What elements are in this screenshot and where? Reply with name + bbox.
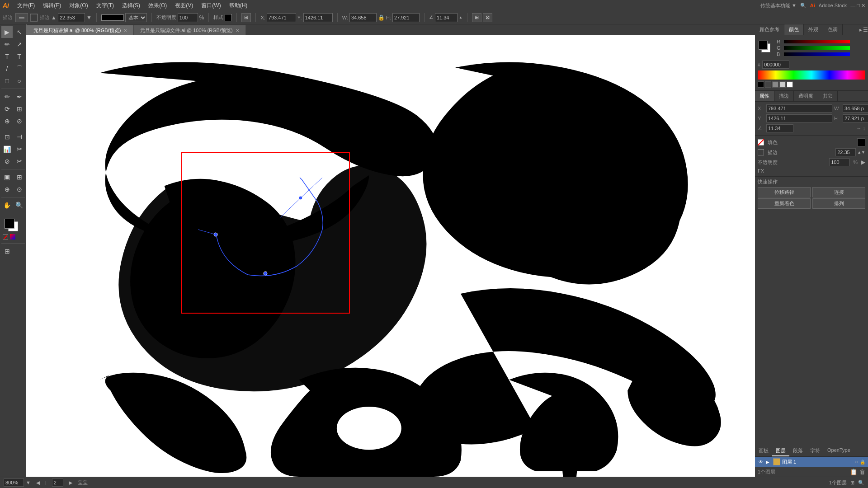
nav-prev[interactable]: ◀ [36,480,40,486]
lock-icon[interactable]: 🔒 [378,14,385,21]
y-input[interactable] [303,13,333,22]
live-paint-tool[interactable]: ⊙ [14,183,25,195]
zoom-input[interactable]: 800% [4,479,24,487]
style-preview[interactable] [225,14,232,21]
align-btn[interactable]: ⊞ [241,13,251,22]
hand-tool[interactable]: ✋ [1,199,13,211]
tab-tint[interactable]: 色调 [823,24,843,35]
stroke-up-icon[interactable]: ▲ [51,14,57,21]
menu-select[interactable]: 选择(S) [118,1,144,10]
dark-gray-swatch[interactable] [765,81,771,88]
gradient-tool[interactable]: ▣ [1,171,13,183]
r-bar[interactable] [784,40,850,43]
menu-help[interactable]: 帮助(H) [226,1,251,10]
align-to-artboard-btn[interactable]: ⊞ [472,13,481,22]
x-input[interactable] [267,13,296,22]
opacity-attr-input[interactable] [829,158,849,166]
offset-path-btn[interactable]: 位移路径 [758,187,811,197]
touch-type-tool[interactable]: T [14,51,25,62]
tab-para[interactable]: 段落 [789,446,807,456]
tab-0[interactable]: 元旦是只猫讲解.ai @ 800% (RGB/预览) ✕ [27,25,134,35]
angle-input[interactable] [435,13,458,22]
x-coord-input[interactable] [766,104,832,113]
page-input[interactable] [52,479,63,487]
selection-tool[interactable]: ▶ [1,26,13,38]
tab-appearance[interactable]: 外观 [804,24,823,35]
menu-object[interactable]: 对象(O) [66,1,91,10]
canvas-area[interactable] [26,35,755,477]
recolor-btn[interactable]: 重新着色 [758,198,811,209]
status-artboard-btn[interactable]: ⊞ [850,480,854,486]
line-tool[interactable]: / [1,63,13,75]
tab-transparency[interactable]: 透明度 [794,91,818,101]
tab-color[interactable]: 颜色 [784,24,804,35]
stroke-down-icon[interactable]: ▼ [86,14,92,21]
h-coord-input[interactable] [843,114,868,122]
layer-item-0[interactable]: 👁 ▶ 图层 1 ○ 🔒 [755,457,868,467]
stroke-width-input[interactable]: 22.353 [58,13,85,22]
stroke-color-preview[interactable] [101,14,124,21]
rect-tool[interactable]: □ [1,75,13,87]
light-gray-swatch[interactable] [779,81,786,88]
blob-brush-tool[interactable]: ✒ [14,91,25,103]
type-tool[interactable]: T [1,51,13,62]
opacity-arrow[interactable]: ▶ [861,159,865,165]
warp-tool[interactable]: ⊡ [1,131,13,143]
angle-stepper-up[interactable]: ▲ [459,15,462,19]
g-bar[interactable] [784,46,850,50]
join-btn[interactable]: 连接 [812,187,865,197]
tab-0-close[interactable]: ✕ [123,28,127,33]
curvature-tool[interactable]: ↗ [14,38,25,50]
zoom-dropdown[interactable]: ▼ [26,480,31,485]
w-coord-input[interactable] [843,104,868,113]
fill-swatch[interactable] [759,41,768,50]
layer-opacity-btn[interactable]: ○ [855,459,858,465]
black-swatch[interactable] [758,81,764,88]
shape-builder-tool[interactable]: ⊕ [1,183,13,195]
tab-opentype[interactable]: OpenType [824,446,854,456]
y-coord-input[interactable] [766,114,832,122]
tab-stroke[interactable]: 描边 [774,91,794,101]
brush-tool[interactable]: ✏ [1,91,13,103]
panel-menu-btn[interactable]: ☰ [863,24,868,35]
color-spectrum[interactable] [758,70,865,80]
search-icon[interactable]: 🔍 [800,3,807,9]
white-swatch[interactable] [787,81,793,88]
stroke-stepper[interactable]: ▲▼ [857,150,865,155]
tab-char[interactable]: 字符 [807,446,824,456]
direct-select-tool[interactable]: ↖ [14,26,25,38]
new-layer-btn[interactable]: 📋 [850,469,858,475]
stroke-style-select[interactable]: 基本 [125,13,147,22]
rotate-tool[interactable]: ⟳ [1,103,13,115]
mid-gray-swatch[interactable] [772,81,778,88]
tab-attr[interactable]: 属性 [755,91,774,101]
mesh-tool[interactable]: ⊞ [14,171,25,183]
menu-effect[interactable]: 效果(O) [145,1,170,10]
menu-window[interactable]: 窗口(W) [198,1,224,10]
menu-view[interactable]: 视图(V) [171,1,197,10]
status-search-btn[interactable]: 🔍 [858,480,864,486]
reflect-tool[interactable]: ⊞ [14,103,25,115]
tab-layers[interactable]: 图层 [772,446,789,456]
delete-layer-btn[interactable]: 🗑 [859,469,865,475]
panel-expand-btn[interactable]: ▸ [859,24,862,35]
tab-color-reference[interactable]: 颜色参考 [755,24,784,35]
artboard-tool[interactable]: ⊞ [1,245,13,257]
eraser-tool[interactable]: ⊘ [1,155,13,167]
arrange-btn[interactable]: 排列 [812,198,865,209]
menu-file[interactable]: 文件(F) [14,1,38,10]
shear-tool[interactable]: ⊘ [14,115,25,127]
scale-tool[interactable]: ⊕ [1,115,13,127]
tab-1-close[interactable]: ✕ [236,28,239,33]
slice-tool[interactable]: ✂ [14,143,25,155]
graph-tool[interactable]: 📊 [1,143,13,155]
menu-edit[interactable]: 编辑(E) [39,1,65,10]
fill-color-box[interactable] [5,219,14,229]
transform-btn[interactable]: ⊠ [483,13,492,22]
arc-tool[interactable]: ⌒ [14,63,25,75]
tab-artboard[interactable]: 画板 [755,446,772,456]
scissors-tool[interactable]: ✂ [14,155,25,167]
layer-lock-btn[interactable]: 🔒 [860,460,865,465]
zoom-tool[interactable]: 🔍 [14,199,25,211]
layer-visibility-btn[interactable]: 👁 [758,459,764,465]
